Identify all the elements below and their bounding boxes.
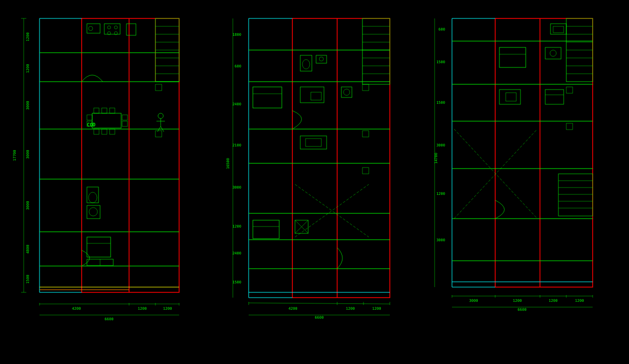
svg-text:1500: 1500 [232, 280, 241, 284]
svg-rect-199 [566, 123, 573, 130]
svg-point-159 [550, 50, 556, 56]
svg-rect-39 [94, 129, 99, 134]
svg-rect-47 [87, 187, 99, 203]
svg-text:1200: 1200 [232, 224, 241, 229]
svg-text:1200: 1200 [575, 299, 584, 303]
svg-text:1200: 1200 [436, 192, 445, 196]
svg-rect-100 [311, 92, 321, 100]
svg-text:3000: 3000 [436, 143, 445, 147]
svg-rect-161 [506, 93, 516, 101]
svg-rect-51 [87, 237, 111, 257]
svg-point-104 [343, 89, 350, 95]
svg-text:3000: 3000 [232, 185, 241, 190]
svg-rect-135 [495, 18, 593, 287]
svg-rect-197 [362, 168, 369, 174]
svg-text:3000: 3000 [26, 201, 30, 210]
svg-text:2100: 2100 [232, 143, 241, 147]
svg-rect-158 [545, 47, 561, 59]
svg-text:3000: 3000 [26, 150, 30, 159]
svg-point-98 [319, 57, 323, 61]
svg-rect-3 [82, 18, 179, 292]
svg-rect-95 [300, 55, 312, 71]
svg-rect-75 [292, 18, 390, 298]
svg-point-26 [107, 26, 111, 29]
svg-rect-36 [94, 108, 99, 113]
svg-text:1200: 1200 [138, 307, 147, 311]
svg-rect-101 [253, 87, 282, 108]
svg-rect-105 [300, 136, 327, 149]
svg-rect-32 [87, 115, 92, 120]
svg-text:4200: 4200 [72, 307, 81, 311]
svg-text:6600: 6600 [518, 308, 527, 312]
svg-text:1200: 1200 [26, 33, 30, 42]
svg-text:600: 600 [234, 64, 241, 68]
svg-rect-31 [92, 113, 121, 128]
svg-text:1200: 1200 [346, 307, 355, 311]
svg-text:1200: 1200 [549, 299, 558, 303]
svg-text:3000: 3000 [469, 299, 478, 303]
svg-rect-38 [110, 108, 115, 113]
svg-point-42 [158, 113, 163, 119]
svg-text:1500: 1500 [436, 60, 445, 64]
svg-text:1800: 1800 [232, 33, 241, 37]
svg-rect-99 [300, 87, 324, 103]
svg-point-48 [89, 192, 97, 203]
svg-rect-97 [316, 55, 327, 63]
svg-text:17700: 17700 [13, 150, 17, 161]
svg-rect-30 [126, 24, 136, 35]
svg-text:16500: 16500 [226, 158, 230, 169]
svg-point-27 [114, 26, 117, 29]
svg-rect-195 [362, 84, 369, 91]
svg-text:1200: 1200 [513, 299, 522, 303]
svg-point-50 [89, 208, 97, 216]
svg-text:1200: 1200 [372, 307, 381, 311]
svg-text:1200: 1200 [26, 64, 30, 73]
svg-text:1500: 1500 [26, 275, 30, 284]
svg-rect-40 [102, 129, 107, 134]
svg-rect-106 [306, 139, 321, 146]
svg-text:2400: 2400 [232, 251, 241, 255]
svg-text:4200: 4200 [289, 307, 298, 311]
svg-text:2400: 2400 [232, 102, 241, 106]
svg-text:1500: 1500 [436, 101, 445, 105]
svg-text:1200: 1200 [163, 307, 172, 311]
svg-rect-103 [341, 87, 352, 97]
svg-rect-196 [362, 131, 369, 137]
svg-rect-193 [155, 84, 162, 91]
svg-rect-198 [566, 87, 573, 93]
svg-rect-109 [253, 220, 279, 239]
svg-rect-41 [110, 129, 115, 134]
svg-rect-37 [102, 108, 107, 113]
svg-rect-155 [553, 26, 564, 33]
cad-canvas: COD 4200 1200 1200 6600 1200 1200 3000 3… [0, 0, 629, 364]
svg-rect-25 [104, 24, 120, 34]
svg-text:3000: 3000 [436, 238, 445, 242]
svg-line-115 [249, 303, 390, 304]
svg-rect-34 [122, 115, 127, 120]
svg-text:6600: 6600 [105, 317, 114, 321]
svg-rect-80 [362, 18, 390, 84]
svg-text:4800: 4800 [26, 245, 30, 254]
svg-rect-35 [122, 121, 127, 126]
svg-point-96 [302, 60, 310, 69]
svg-text:3000: 3000 [26, 101, 30, 110]
svg-point-24 [89, 26, 93, 31]
svg-rect-194 [155, 131, 162, 137]
svg-text:600: 600 [438, 27, 445, 32]
svg-rect-23 [87, 24, 100, 33]
svg-text:6600: 6600 [315, 316, 324, 320]
svg-rect-162 [545, 90, 564, 104]
svg-rect-49 [87, 205, 100, 219]
svg-rect-160 [499, 90, 520, 104]
cod-label: COD [87, 122, 96, 127]
svg-rect-156 [499, 47, 526, 67]
svg-rect-166 [558, 174, 593, 216]
